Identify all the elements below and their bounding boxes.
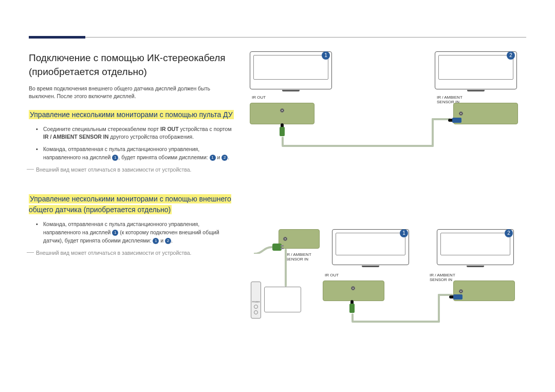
section1-footnote: Внешний вид может отличаться в зависимос…: [29, 166, 234, 174]
plug-green-1: [280, 123, 285, 136]
d2-badge-1: 1: [400, 229, 408, 237]
d2-plug-blue: [449, 292, 462, 301]
monitor-1: [250, 51, 332, 89]
header-rule: [29, 37, 526, 38]
d2-panel-1: [323, 281, 384, 301]
d2-panel-2: [453, 281, 515, 301]
section2-list: Команда, отправленная с пульта дистанцио…: [29, 220, 234, 245]
badge-2: 2: [507, 51, 515, 60]
section1-heading: Управление несколькими мониторами с помо…: [29, 109, 234, 120]
left-column: Подключение с помощью ИК-стереокабеля (п…: [29, 51, 245, 339]
badge-1: 1: [322, 51, 330, 60]
d2-badge-2: 2: [505, 229, 513, 237]
diagram-2: IR / AMBIENT SENSOR IN POWER 1 IR OUT: [245, 229, 532, 347]
jack-1: [280, 108, 284, 113]
num-1-icon: 1: [112, 230, 118, 236]
section2-bullet1: Команда, отправленная с пульта дистанцио…: [43, 220, 234, 245]
label-ir-ambient-2a: IR / AMBIENT SENSOR IN: [286, 253, 317, 262]
section1-bullet2: Команда, отправленная с пульта дистанцио…: [43, 145, 234, 162]
d2-monitor-1: [332, 229, 409, 265]
num-2-icon: 2: [165, 238, 171, 244]
right-column: 1 IR OUT 2 IR /: [245, 51, 526, 339]
section1-heading-hl: Управление несколькими мониторами с помо…: [29, 110, 234, 119]
section2: Управление несколькими мониторами с помо…: [29, 194, 234, 256]
num-1-icon: 1: [210, 155, 216, 161]
intro-text: Во время подключения внешнего общего дат…: [29, 85, 234, 100]
ir-sensor-box: [264, 287, 301, 312]
svg-rect-0: [272, 244, 282, 251]
section2-heading: Управление несколькими мониторами с помо…: [29, 194, 234, 215]
section2-heading-hl: Управление несколькими мониторами с помо…: [29, 194, 231, 214]
diagram-1: 1 IR OUT 2 IR /: [245, 51, 532, 159]
plug-blue-1: [448, 115, 461, 124]
d2-monitor-2: [437, 229, 514, 265]
svg-rect-2: [281, 248, 284, 249]
power-plug: [253, 240, 286, 256]
page-title: Подключение с помощью ИК-стереокабеля (п…: [29, 51, 234, 79]
page-layout: Подключение с помощью ИК-стереокабеля (п…: [29, 51, 526, 339]
diagram-area: 1 IR OUT 2 IR /: [245, 51, 526, 339]
section2-footnote: Внешний вид может отличаться в зависимос…: [29, 249, 234, 257]
d2-plug-green: [349, 300, 355, 313]
panel-2: [453, 103, 518, 124]
panel-1: [250, 103, 314, 124]
monitor-2: [435, 51, 517, 89]
remote-control: POWER: [251, 282, 261, 319]
d2-label-irout: IR OUT: [325, 273, 339, 278]
section1-bullet1: Соедините специальным стереокабелем порт…: [43, 125, 234, 142]
section1-list: Соедините специальным стереокабелем порт…: [29, 125, 234, 162]
num-2-icon: 2: [221, 155, 228, 161]
num-1-icon: 1: [112, 155, 118, 161]
num-1-icon: 1: [153, 238, 159, 244]
label-ir-out-1: IR OUT: [252, 96, 266, 100]
svg-rect-1: [281, 245, 284, 247]
